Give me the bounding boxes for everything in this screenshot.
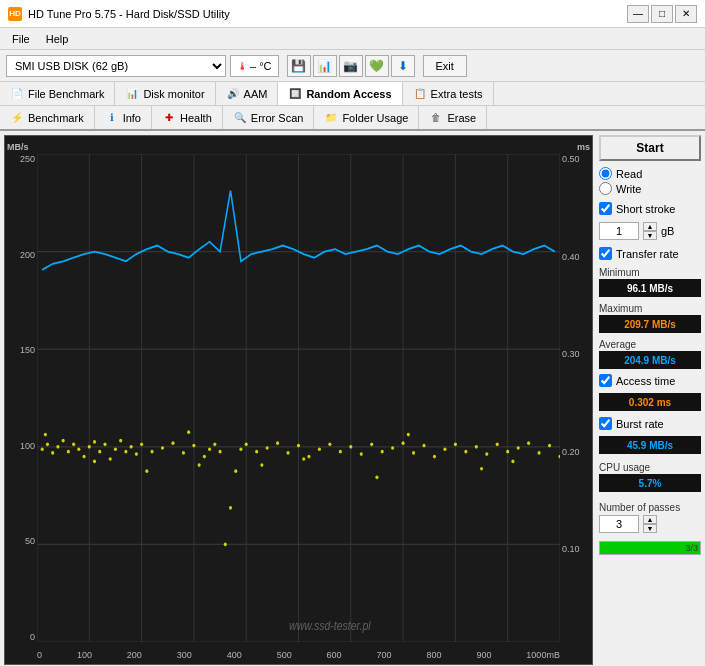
- app-icon: HD: [8, 7, 22, 21]
- tab-extra-tests[interactable]: 📋 Extra tests: [403, 82, 494, 105]
- svg-point-57: [297, 444, 300, 448]
- access-time-value: 0.302 ms: [599, 393, 701, 411]
- svg-point-28: [93, 440, 96, 444]
- tab-folder-usage[interactable]: 📁 Folder Usage: [314, 106, 419, 129]
- download-icon[interactable]: ⬇: [391, 55, 415, 77]
- short-stroke-option[interactable]: Short stroke: [599, 202, 701, 215]
- exit-button[interactable]: Exit: [423, 55, 467, 77]
- transfer-rate-option[interactable]: Transfer rate: [599, 247, 701, 260]
- tab-benchmark[interactable]: ⚡ Benchmark: [0, 106, 95, 129]
- minimize-button[interactable]: —: [627, 5, 649, 23]
- y-right-020: 0.20: [562, 447, 580, 457]
- menu-file[interactable]: File: [4, 31, 38, 47]
- stroke-down[interactable]: ▼: [643, 231, 657, 240]
- stroke-row: ▲ ▼ gB: [599, 222, 701, 240]
- read-write-group: Read Write: [599, 165, 701, 197]
- svg-point-32: [114, 447, 117, 451]
- svg-point-83: [145, 469, 148, 473]
- passes-down[interactable]: ▼: [643, 524, 657, 533]
- disk-icon-1[interactable]: 💾: [287, 55, 311, 77]
- tab-health-label: Health: [180, 112, 212, 124]
- minimum-section: Minimum 96.1 MB/s: [599, 265, 701, 297]
- tab-error-scan[interactable]: 🔍 Error Scan: [223, 106, 315, 129]
- y-left-100: 100: [20, 441, 35, 451]
- erase-icon: 🗑: [429, 111, 443, 125]
- tab-aam[interactable]: 🔊 AAM: [216, 82, 279, 105]
- svg-point-44: [203, 455, 206, 459]
- burst-rate-checkbox[interactable]: [599, 417, 612, 430]
- x-300: 300: [177, 650, 192, 660]
- transfer-rate-checkbox[interactable]: [599, 247, 612, 260]
- start-button[interactable]: Start: [599, 135, 701, 161]
- benchmark-icon: ⚡: [10, 111, 24, 125]
- menu-help[interactable]: Help: [38, 31, 77, 47]
- tab-disk-monitor[interactable]: 📊 Disk monitor: [115, 82, 215, 105]
- x-800: 800: [426, 650, 441, 660]
- save-icon[interactable]: 💚: [365, 55, 389, 77]
- svg-point-29: [98, 450, 101, 454]
- tab-file-benchmark[interactable]: 📄 File Benchmark: [0, 82, 115, 105]
- maximize-button[interactable]: □: [651, 5, 673, 23]
- svg-point-42: [192, 444, 195, 448]
- svg-point-75: [485, 452, 488, 456]
- svg-point-74: [475, 445, 478, 449]
- passes-up[interactable]: ▲: [643, 515, 657, 524]
- title-bar: HD HD Tune Pro 5.75 - Hard Disk/SSD Util…: [0, 0, 705, 28]
- svg-point-91: [407, 433, 410, 437]
- svg-point-59: [318, 447, 321, 451]
- read-radio[interactable]: [599, 167, 612, 180]
- svg-point-71: [443, 447, 446, 451]
- tab-info[interactable]: ℹ Info: [95, 106, 152, 129]
- read-option[interactable]: Read: [599, 167, 701, 180]
- svg-point-58: [307, 455, 310, 459]
- y-right-axis: 0.50 0.40 0.30 0.20 0.10: [562, 154, 590, 642]
- stroke-input[interactable]: [599, 222, 639, 240]
- svg-text:www.ssd-tester.pl: www.ssd-tester.pl: [289, 619, 371, 632]
- tab-erase[interactable]: 🗑 Erase: [419, 106, 487, 129]
- tab-disk-monitor-label: Disk monitor: [143, 88, 204, 100]
- svg-point-30: [103, 443, 106, 447]
- write-radio[interactable]: [599, 182, 612, 195]
- disk-icon-2[interactable]: 📊: [313, 55, 337, 77]
- y-left-250: 250: [20, 154, 35, 164]
- svg-point-78: [517, 446, 520, 450]
- y-right-030: 0.30: [562, 349, 580, 359]
- svg-point-27: [88, 445, 91, 449]
- svg-point-45: [208, 447, 211, 451]
- average-section: Average 204.9 MB/s: [599, 337, 701, 369]
- y-right-010: 0.10: [562, 544, 580, 554]
- passes-input[interactable]: [599, 515, 639, 533]
- disk-select[interactable]: SMI USB DISK (62 gB): [6, 55, 226, 77]
- svg-point-25: [77, 447, 80, 451]
- short-stroke-checkbox[interactable]: [599, 202, 612, 215]
- thermometer-icon: 🌡: [237, 60, 248, 72]
- svg-point-54: [266, 446, 269, 450]
- minimum-value: 96.1 MB/s: [599, 279, 701, 297]
- passes-row: ▲ ▼: [599, 515, 701, 533]
- svg-point-33: [119, 439, 122, 443]
- access-time-checkbox[interactable]: [599, 374, 612, 387]
- svg-point-37: [140, 443, 143, 447]
- tab-file-benchmark-label: File Benchmark: [28, 88, 104, 100]
- access-time-option[interactable]: Access time: [599, 374, 701, 387]
- tab-row-2: ⚡ Benchmark ℹ Info ✚ Health 🔍 Error Scan…: [0, 106, 705, 129]
- svg-point-80: [538, 451, 541, 455]
- aam-icon: 🔊: [226, 87, 240, 101]
- y-left-axis: 250 200 150 100 50 0: [7, 154, 35, 642]
- stroke-up[interactable]: ▲: [643, 222, 657, 231]
- y-right-040: 0.40: [562, 252, 580, 262]
- svg-point-90: [302, 457, 305, 461]
- x-axis: 0 100 200 300 400 500 600 700 800 900 10…: [37, 650, 560, 660]
- camera-icon[interactable]: 📷: [339, 55, 363, 77]
- write-option[interactable]: Write: [599, 182, 701, 195]
- svg-point-24: [72, 443, 75, 447]
- svg-point-86: [480, 467, 483, 471]
- cpu-usage-label: CPU usage: [599, 462, 701, 473]
- svg-point-76: [496, 443, 499, 447]
- tab-health[interactable]: ✚ Health: [152, 106, 223, 129]
- svg-point-34: [124, 450, 127, 454]
- close-button[interactable]: ✕: [675, 5, 697, 23]
- burst-rate-option[interactable]: Burst rate: [599, 417, 701, 430]
- tab-random-access[interactable]: 🔲 Random Access: [278, 82, 402, 105]
- x-200: 200: [127, 650, 142, 660]
